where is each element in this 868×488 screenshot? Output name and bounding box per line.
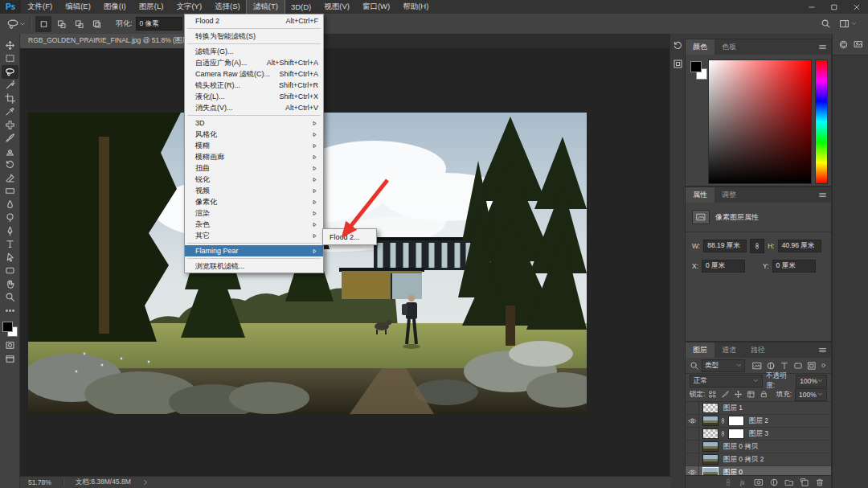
blend-mode-dropdown[interactable]: 正常 — [690, 375, 763, 388]
filter-type-dropdown[interactable]: 类型 — [702, 359, 745, 372]
intersect-selection-button[interactable] — [88, 16, 104, 32]
adjustment-layer-filter-icon[interactable] — [766, 361, 776, 371]
history-brush-tool[interactable] — [2, 158, 18, 172]
filter-menu-item[interactable]: 扭曲 — [185, 162, 323, 174]
new-group-icon[interactable] — [784, 478, 794, 487]
color-panel-foreground-swatch[interactable] — [690, 61, 702, 72]
filter-menu-item[interactable]: 视频 — [185, 185, 323, 196]
search-icon[interactable] — [821, 18, 831, 29]
menu-窗口(W)[interactable]: 窗口(W) — [356, 0, 396, 14]
foreground-color-swatch[interactable] — [2, 322, 13, 332]
filter-menu-item[interactable]: 滤镜库(G)... — [185, 46, 323, 57]
delete-layer-icon[interactable] — [815, 478, 825, 487]
menu-文件(F)[interactable]: 文件(F) — [21, 0, 59, 14]
filter-menu-item[interactable]: 转换为智能滤镜(S) — [185, 31, 323, 42]
filter-menu-item[interactable]: 液化(L)...Shift+Ctrl+X — [185, 91, 323, 102]
pixel-layer-filter-icon[interactable] — [752, 361, 762, 371]
layer-thumbnail[interactable] — [702, 454, 719, 465]
layer-row[interactable]: 图层 3 — [686, 428, 831, 441]
filter-menu-item[interactable]: Camera Raw 滤镜(C)...Shift+Ctrl+A — [185, 68, 323, 80]
menu-文字(Y)[interactable]: 文字(Y) — [170, 0, 208, 14]
add-layer-mask-icon[interactable] — [754, 478, 764, 487]
type-layer-filter-icon[interactable] — [780, 361, 789, 371]
filter-menu-item[interactable]: Flaming Pear — [185, 245, 323, 256]
fill-input[interactable]: 100% — [795, 388, 827, 401]
menu-3D(D)[interactable]: 3D(D) — [285, 0, 317, 14]
tab-adjustments[interactable]: 调整 — [714, 187, 743, 203]
lock-all-icon[interactable] — [760, 390, 768, 399]
height-input[interactable]: 40.96 厘米 — [778, 240, 821, 252]
collapsed-panel-icon[interactable] — [673, 59, 683, 69]
edit-toolbar-icon[interactable] — [2, 304, 18, 318]
foreground-background-colors[interactable] — [2, 322, 17, 336]
menu-选择(S)[interactable]: 选择(S) — [208, 0, 247, 14]
hand-tool[interactable] — [2, 277, 18, 291]
layer-row[interactable]: 图层 0 拷贝 2 — [686, 453, 831, 466]
new-layer-icon[interactable] — [800, 478, 809, 487]
layer-thumbnail[interactable] — [702, 441, 719, 452]
quick-select-tool[interactable] — [2, 79, 18, 92]
width-input[interactable]: 88.19 厘米 — [703, 240, 747, 252]
menu-视图(V)[interactable]: 视图(V) — [317, 0, 356, 14]
lasso-tool[interactable] — [2, 65, 18, 79]
filter-menu-item[interactable]: 模糊画廊 — [185, 151, 323, 162]
subtract-selection-button[interactable] — [71, 16, 87, 32]
creative-cloud-icon[interactable] — [838, 39, 849, 50]
zoom-level[interactable]: 51.78% — [28, 478, 51, 486]
path-select-tool[interactable] — [2, 251, 18, 265]
workspace-switcher-icon[interactable] — [839, 18, 850, 29]
screen-mode-button[interactable] — [2, 352, 18, 366]
submenu-flood2[interactable]: Flood 2... — [322, 228, 377, 245]
layer-thumbnail[interactable] — [702, 403, 719, 413]
gradient-tool[interactable] — [2, 185, 18, 199]
saturation-brightness-field[interactable] — [708, 59, 812, 184]
layer-style-icon[interactable]: fx — [739, 478, 748, 487]
layer-row[interactable]: 图层 0 拷贝 — [686, 441, 831, 453]
tab-color[interactable]: 颜色 — [686, 39, 714, 55]
type-tool[interactable] — [2, 238, 18, 252]
panel-menu-icon[interactable] — [818, 346, 827, 355]
filter-menu-item[interactable]: 自适应广角(A)...Alt+Shift+Ctrl+A — [185, 57, 323, 68]
eraser-tool[interactable] — [2, 171, 18, 185]
move-tool[interactable] — [2, 39, 18, 52]
menu-编辑(E)[interactable]: 编辑(E) — [59, 0, 97, 14]
menu-帮助(H)[interactable]: 帮助(H) — [396, 0, 435, 14]
filter-menu-item[interactable]: 渲染 — [185, 207, 323, 219]
lock-pixels-icon[interactable] — [721, 390, 730, 399]
link-layers-icon[interactable] — [723, 478, 733, 487]
filter-menu-item[interactable]: 浏览联机滤镜... — [185, 260, 323, 272]
menu-图层(L)[interactable]: 图层(L) — [133, 0, 170, 14]
tab-properties[interactable]: 属性 — [686, 187, 714, 203]
layer-mask-thumbnail[interactable] — [728, 429, 744, 439]
menu-滤镜(T)[interactable]: 滤镜(T) — [247, 0, 285, 14]
status-chevron-icon[interactable] — [142, 479, 149, 486]
new-selection-button[interactable] — [35, 16, 51, 32]
layer-mask-thumbnail[interactable] — [728, 416, 744, 426]
feather-input[interactable]: 0 像素 — [136, 17, 182, 31]
tab-channels[interactable]: 通道 — [714, 342, 743, 358]
lock-transparent-icon[interactable] — [708, 390, 717, 399]
tool-preset-caret-icon[interactable] — [19, 21, 26, 27]
new-adjustment-layer-icon[interactable] — [769, 478, 779, 487]
healing-brush-tool[interactable] — [2, 118, 18, 132]
hue-slider[interactable] — [815, 59, 828, 184]
smart-object-filter-icon[interactable] — [807, 361, 817, 371]
filter-menu-item[interactable]: 像素化 — [185, 196, 323, 207]
minimize-button[interactable] — [800, 0, 823, 14]
brush-tool[interactable] — [2, 132, 18, 146]
lock-artboard-icon[interactable] — [747, 390, 755, 399]
panel-menu-icon[interactable] — [818, 43, 827, 51]
lock-position-icon[interactable] — [734, 390, 743, 399]
blur-tool[interactable] — [2, 198, 18, 211]
layer-thumbnail[interactable] — [702, 416, 719, 426]
filter-menu-item[interactable]: 杂色 — [185, 219, 323, 230]
panel-menu-icon[interactable] — [818, 191, 827, 199]
close-button[interactable] — [845, 0, 868, 14]
layer-row[interactable]: 图层 1 — [686, 402, 831, 415]
filter-menu-item[interactable]: 模糊 — [185, 140, 323, 151]
visibility-toggle[interactable] — [686, 466, 699, 475]
zoom-tool[interactable] — [2, 291, 18, 305]
visibility-toggle[interactable] — [686, 428, 699, 440]
visibility-toggle[interactable] — [686, 441, 699, 453]
tab-layers[interactable]: 图层 — [686, 342, 714, 358]
